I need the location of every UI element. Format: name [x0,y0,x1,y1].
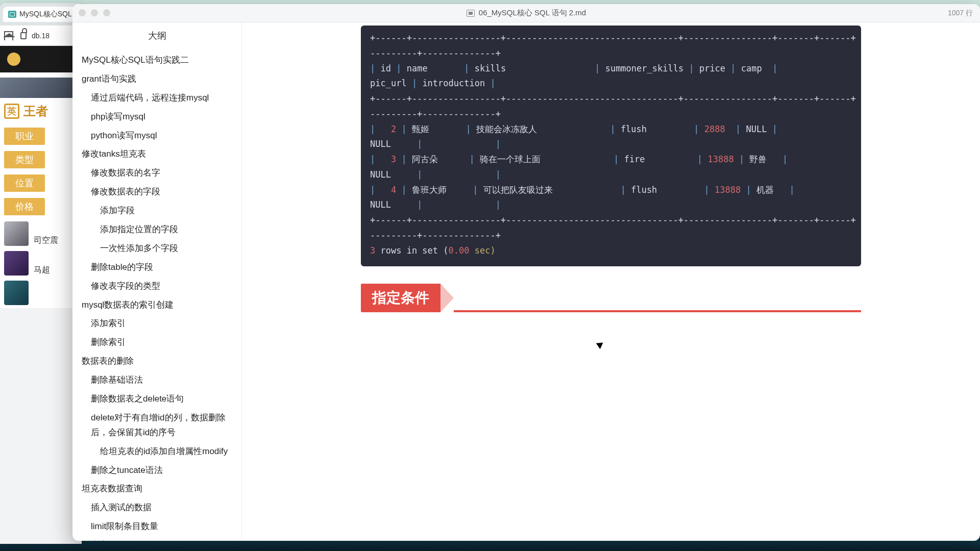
url-text: db.18 [32,32,50,40]
site-body: 英 王者 职业类型位置价格 司空震马超 [0,72,82,308]
outline-panel: 大纲 MySQL核心SQL语句实践二grant语句实践通过后端代码，远程连接my… [72,22,242,541]
brand-text: 王者 [23,103,48,119]
outline-item[interactable]: grant语句实践 [72,70,241,89]
outline-item[interactable]: 修改数据表的名字 [72,164,241,183]
outline-item[interactable]: delete对于有自增id的列，数据删除后，会保留其id的序号 [72,409,241,442]
outline-item[interactable]: 指定条件 [72,536,241,541]
titlebar: 06_MySQL核心 SQL 语句 2.md 1007 行 [72,4,980,22]
close-dot[interactable] [79,9,86,16]
hero-item[interactable] [4,281,78,305]
hero-avatar [4,221,29,246]
filter-button[interactable]: 类型 [4,151,45,168]
outline-item[interactable]: php读写mysql [72,108,241,127]
heading-triangle [440,284,454,312]
browser-tab-title: MySQL核心SQL [19,10,72,19]
outline-item[interactable]: mysql数据表的索引创建 [72,296,241,315]
brand-badge: 英 [4,104,19,119]
site-header [0,46,82,72]
outline-item[interactable]: 通过后端代码，远程连接mysql [72,89,241,108]
outline-item[interactable]: limit限制条目数量 [72,517,241,536]
section-heading: 指定条件 [361,284,861,312]
lock-icon [20,32,27,39]
window-title: 06_MySQL核心 SQL 语句 2.md [467,8,586,18]
outline-item[interactable]: 修改数据表的字段 [72,183,241,202]
site-brand: 英 王者 [0,98,82,124]
document-area[interactable]: +------+-----------------+--------------… [242,22,980,541]
editor-window: 06_MySQL核心 SQL 语句 2.md 1007 行 大纲 MySQL核心… [72,4,980,541]
hero-avatar [4,251,29,276]
hero-name: 司空震 [34,235,58,246]
minimize-dot[interactable] [91,9,98,16]
line-count: 1007 行 [948,9,973,18]
sql-output: +------+-----------------+--------------… [361,26,861,266]
outline-item[interactable]: MySQL核心SQL语句实践二 [72,51,241,70]
filter-button[interactable]: 价格 [4,198,45,215]
outline-item[interactable]: 删除基础语法 [72,371,241,390]
hero-avatar [4,281,29,305]
home-icon[interactable] [4,31,13,40]
book-icon [8,11,16,18]
outline-item[interactable]: 添加索引 [72,314,241,333]
window-controls [79,9,110,16]
outline-item[interactable]: python读写mysql [72,127,241,145]
hero-item[interactable]: 马超 [4,251,78,276]
dock [0,540,980,551]
outline-item[interactable]: 插入测试的数据 [72,498,241,517]
hero-banner [0,78,82,98]
outline-item[interactable]: 一次性添加多个字段 [72,239,241,258]
browser-tab[interactable]: MySQL核心SQL [3,7,77,22]
hero-name: 马超 [34,265,50,276]
zoom-dot[interactable] [103,9,110,16]
outline-item[interactable]: 给坦克表的id添加自增属性modify [72,442,241,461]
outline-item[interactable]: 添加指定位置的字段 [72,220,241,239]
outline-list: MySQL核心SQL语句实践二grant语句实践通过后端代码，远程连接mysql… [72,51,241,541]
heading-rule [454,310,861,312]
outline-title: 大纲 [72,30,241,42]
filter-button[interactable]: 职业 [4,128,45,145]
section-heading-text: 指定条件 [361,284,440,312]
outline-item[interactable]: 修改tanks坦克表 [72,145,241,164]
window-title-text: 06_MySQL核心 SQL 语句 2.md [479,8,586,18]
outline-item[interactable]: 删除之tuncate语法 [72,461,241,480]
document-inner: +------+-----------------+--------------… [361,26,861,312]
hero-list: 司空震马超 [0,218,82,308]
hero-item[interactable]: 司空震 [4,221,78,246]
filter-buttons: 职业类型位置价格 [0,124,82,218]
outline-item[interactable]: 删除数据表之delete语句 [72,390,241,409]
address-bar[interactable]: db.18 [0,26,82,46]
outline-item[interactable]: 添加字段 [72,202,241,220]
sun-icon[interactable] [7,53,20,66]
filter-button[interactable]: 位置 [4,174,45,192]
browser-window: MySQL核心SQL db.18 英 王者 职业类型位置价格 司空震马超 [0,3,82,544]
outline-item[interactable]: 删除索引 [72,333,241,352]
outline-item[interactable]: 删除table的字段 [72,258,241,277]
outline-item[interactable]: 修改表字段的类型 [72,277,241,296]
outline-item[interactable]: 坦克表数据查询 [72,480,241,498]
browser-tabbar: MySQL核心SQL [0,3,82,26]
outline-item[interactable]: 数据表的删除 [72,352,241,371]
markdown-icon [467,10,475,17]
